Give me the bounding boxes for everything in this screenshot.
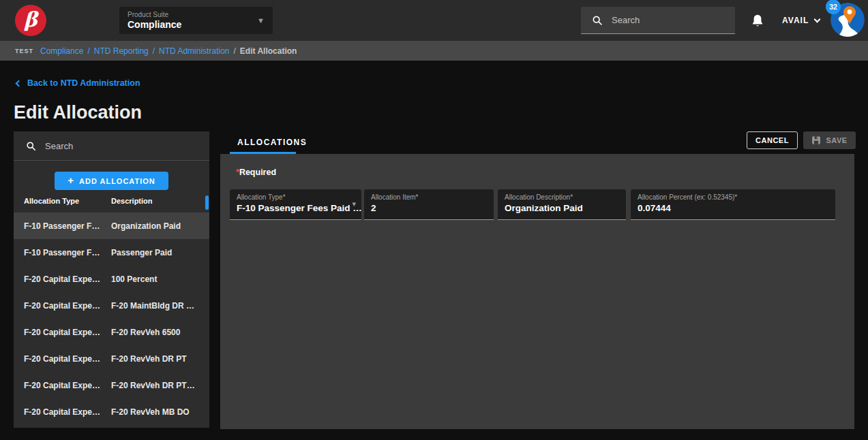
breadcrumb-link-compliance[interactable]: Compliance xyxy=(40,46,83,56)
row-allocation-type: F-20 Capital Expe… xyxy=(24,354,111,364)
row-description: F-20 RevVeh 6500 xyxy=(111,328,180,337)
product-suite-dropdown[interactable]: Product Suite Compliance ▼ xyxy=(119,7,273,34)
allocations-form-panel: *Required Allocation Type* F-10 Passenge… xyxy=(220,154,854,429)
row-allocation-type: F-10 Passenger F… xyxy=(24,248,111,257)
plus-icon: + xyxy=(68,174,74,186)
table-row[interactable]: F-10 Passenger F… Organization Paid xyxy=(14,213,209,239)
table-row[interactable]: F-20 Capital Expe… F-20 RevVeh MB DO xyxy=(14,398,209,425)
table-row[interactable]: F-20 Capital Expe… F-20 RevVeh DR PT xyxy=(14,345,209,372)
breadcrumb-link-ntd-reporting[interactable]: NTD Reporting xyxy=(94,46,149,56)
allocation-search-input[interactable] xyxy=(45,141,147,151)
env-tag: TEST xyxy=(15,48,33,54)
cancel-button[interactable]: CANCEL xyxy=(747,131,798,149)
table-row[interactable]: F-20 Capital Expe… 100 Percent xyxy=(14,266,209,292)
product-suite-label: Product Suite xyxy=(128,11,265,18)
field-value: F-10 Passenger Fees Paid … xyxy=(237,203,355,213)
field-value: 0.07444 xyxy=(638,203,828,213)
breadcrumb: TEST Compliance / NTD Reporting / NTD Ad… xyxy=(0,41,868,61)
user-menu[interactable]: AVAIL xyxy=(782,0,820,41)
list-scrollbar[interactable] xyxy=(205,195,209,210)
row-description: F-20 RevVeh DR PT… xyxy=(111,381,195,390)
allocation-search xyxy=(14,131,209,161)
search-icon xyxy=(26,141,36,151)
field-label: Allocation Item* xyxy=(371,193,487,201)
chevron-down-icon: ▾ xyxy=(352,200,356,208)
back-link-label: Back to NTD Administration xyxy=(27,78,140,88)
breadcrumb-link-ntd-administration[interactable]: NTD Administration xyxy=(159,46,229,56)
row-allocation-type: F-20 Capital Expe… xyxy=(24,274,111,284)
global-search xyxy=(581,7,735,34)
required-text: Required xyxy=(239,168,276,177)
row-description: Organization Paid xyxy=(111,221,181,231)
user-menu-label: AVAIL xyxy=(782,16,809,25)
save-button[interactable]: SAVE xyxy=(803,131,856,149)
table-row[interactable]: F-20 Capital Expe… F-20 RevVeh DR PT… xyxy=(14,372,209,398)
allocation-list: F-10 Passenger F… Organization Paid F-10… xyxy=(14,213,209,425)
row-allocation-type: F-10 Passenger F… xyxy=(24,221,111,231)
table-row[interactable]: F-10 Passenger F… Passenger Paid xyxy=(14,239,209,266)
row-allocation-type: F-20 Capital Expe… xyxy=(24,407,111,417)
row-description: F-20 RevVeh DR PT xyxy=(111,354,187,364)
page-title: Edit Allocation xyxy=(14,102,142,123)
chevron-down-icon: ▼ xyxy=(257,16,265,25)
row-description: F-20 RevVeh MB DO xyxy=(111,407,190,417)
back-link[interactable]: Back to NTD Administration xyxy=(16,78,140,88)
column-header-description: Description xyxy=(111,197,153,205)
notification-count-badge: 32 xyxy=(826,0,841,14)
chevron-left-icon xyxy=(16,80,23,87)
allocation-type-select[interactable]: Allocation Type* F-10 Passenger Fees Pai… xyxy=(230,189,361,220)
field-label: Allocation Percent (ex: 0.52345)* xyxy=(638,193,828,201)
breadcrumb-separator: / xyxy=(233,46,235,56)
list-header-row: Allocation Type Description xyxy=(14,197,209,205)
breadcrumb-current: Edit Allocation xyxy=(240,46,297,56)
column-header-allocation-type: Allocation Type xyxy=(24,197,111,205)
row-description: 100 Percent xyxy=(111,274,157,284)
save-floppy-icon xyxy=(811,136,821,145)
row-description: F-20 MaintBldg DR … xyxy=(111,301,194,311)
required-note: *Required xyxy=(236,168,276,177)
allocation-item-field[interactable]: Allocation Item* 2 xyxy=(364,189,494,220)
breadcrumb-separator: / xyxy=(87,46,89,56)
allocation-list-panel: + ADD ALLOCATION Allocation Type Descrip… xyxy=(14,131,209,428)
row-allocation-type: F-20 Capital Expe… xyxy=(24,381,111,390)
field-label: Allocation Type* xyxy=(237,193,355,201)
search-icon xyxy=(592,15,603,26)
app-logo[interactable]: β xyxy=(15,5,46,36)
allocation-percent-field[interactable]: Allocation Percent (ex: 0.52345)* 0.0744… xyxy=(631,189,835,220)
tab-allocations[interactable]: ALLOCATIONS xyxy=(237,138,307,147)
field-value: Organization Paid xyxy=(505,203,619,213)
notifications-bell-icon[interactable] xyxy=(751,13,764,29)
add-allocation-label: ADD ALLOCATION xyxy=(79,177,155,185)
row-allocation-type: F-20 Capital Expe… xyxy=(24,328,111,337)
allocation-description-field[interactable]: Allocation Description* Organization Pai… xyxy=(498,189,626,220)
field-label: Allocation Description* xyxy=(505,193,619,201)
save-label: SAVE xyxy=(826,136,847,144)
top-bar: β Product Suite Compliance ▼ AVAIL 32 xyxy=(0,0,868,41)
breadcrumb-separator: / xyxy=(153,46,155,56)
table-row[interactable]: F-20 Capital Expe… F-20 MaintBldg DR … xyxy=(14,292,209,319)
row-allocation-type: F-20 Capital Expe… xyxy=(24,301,111,311)
add-allocation-button[interactable]: + ADD ALLOCATION xyxy=(55,172,168,190)
global-search-input[interactable] xyxy=(612,15,714,25)
product-suite-value: Compliance xyxy=(128,19,265,30)
chevron-down-icon xyxy=(814,16,821,22)
logo-beta-glyph: β xyxy=(24,10,38,32)
table-row[interactable]: F-20 Capital Expe… F-20 RevVeh 6500 xyxy=(14,319,209,345)
row-description: Passenger Paid xyxy=(111,248,172,257)
field-value: 2 xyxy=(371,203,487,213)
